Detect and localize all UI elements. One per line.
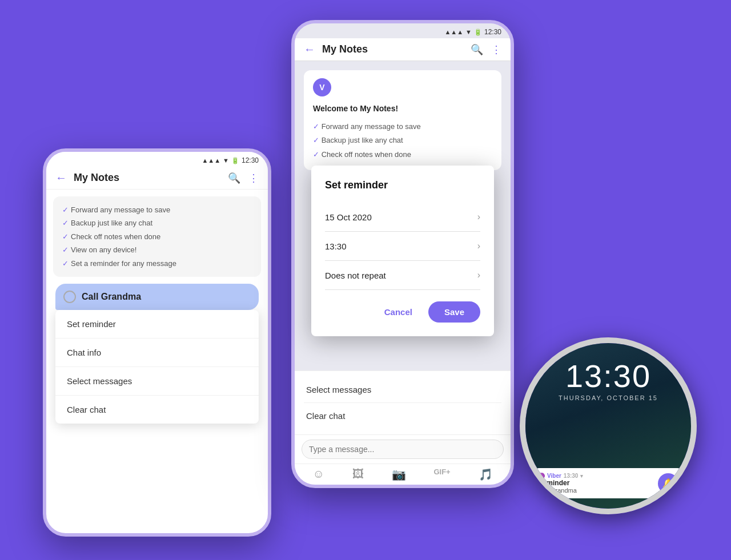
watch-notif-bell-icon: 🔔 — [658, 473, 678, 494]
watch-face: 13:30 Thursday, October 15 🟣 Viber 13:30… — [525, 343, 691, 509]
radio-button[interactable] — [63, 291, 76, 303]
context-clear-chat[interactable]: Clear chat — [55, 396, 259, 424]
status-time-left: 12:30 — [242, 156, 259, 164]
status-time-right: 12:30 — [484, 28, 501, 36]
header-actions-left: 🔍 ⋮ — [228, 172, 259, 184]
message-text-left: Call Grandma — [82, 292, 141, 302]
search-icon-left[interactable]: 🔍 — [228, 172, 240, 184]
welcome-item-3: ✓ Check off notes when done — [313, 148, 492, 162]
notes-bubble-left: ✓Forward any message to save ✓Backup jus… — [53, 196, 261, 277]
phone-right-body: V Welcome to My Notes! ✓ Forward any mes… — [295, 61, 511, 179]
battery-icon-right: 🔋 — [474, 29, 482, 36]
phone-right-bottom: Select messages Clear chat ☺ 🖼 📷 GIF+ 🎵 — [295, 370, 511, 485]
note-item-2: ✓Backup just like any chat — [62, 216, 252, 229]
sticker-icon[interactable]: 🖼 — [352, 468, 364, 481]
context-set-reminder[interactable]: Set reminder — [55, 310, 259, 339]
welcome-title: Welcome to My Notes! — [313, 101, 492, 116]
cancel-button[interactable]: Cancel — [377, 303, 419, 321]
context-menu-right: Select messages Clear chat — [295, 371, 511, 434]
status-bar-left: ▲▲▲ ▼ 🔋 12:30 — [46, 152, 268, 167]
dialog-actions: Cancel Save — [325, 301, 480, 323]
context-chat-info[interactable]: Chat info — [55, 339, 259, 367]
context-menu-left: Set reminder Chat info Select messages C… — [55, 310, 259, 424]
dialog-date-label: 15 Oct 2020 — [325, 212, 372, 222]
wifi-icon-right: ▼ — [465, 29, 472, 35]
watch-notif-title: Reminder — [538, 479, 653, 487]
gif-icon[interactable]: GIF+ — [433, 468, 450, 481]
dialog-time-row[interactable]: 13:30 › — [325, 232, 480, 261]
more-icon-right[interactable]: ⋮ — [491, 43, 501, 56]
header-title-right: My Notes — [322, 43, 471, 55]
context-select-messages-right[interactable]: Select messages — [304, 377, 501, 403]
message-toolbar: ☺ 🖼 📷 GIF+ 🎵 — [295, 464, 511, 485]
more-icon-left[interactable]: ⋮ — [248, 172, 259, 184]
battery-icon: 🔋 — [231, 157, 239, 164]
dialog-time-label: 13:30 — [325, 241, 347, 251]
watch-date: Thursday, October 15 — [559, 394, 658, 401]
chevron-time-icon: › — [477, 241, 480, 251]
back-button-left[interactable]: ← — [55, 171, 67, 184]
header-right: ← My Notes 🔍 ⋮ — [295, 38, 511, 61]
watch-notif-text: 🟣 Viber 13:30 ▾ Reminder Call Grandma — [538, 473, 653, 494]
dialog-date-row[interactable]: 15 Oct 2020 › — [325, 203, 480, 232]
smartwatch: 13:30 Thursday, October 15 🟣 Viber 13:30… — [520, 337, 697, 514]
chevron-repeat-icon: › — [477, 270, 480, 280]
phone-left: ▲▲▲ ▼ 🔋 12:30 ← My Notes 🔍 ⋮ ✓Forward an… — [43, 148, 271, 537]
note-item-4: ✓View on any device! — [62, 243, 252, 256]
chevron-date-icon: › — [477, 212, 480, 222]
watch-notif-body: Call Grandma — [538, 487, 653, 494]
audio-icon[interactable]: 🎵 — [479, 468, 493, 481]
context-select-messages[interactable]: Select messages — [55, 367, 259, 396]
context-clear-chat-right[interactable]: Clear chat — [304, 403, 501, 429]
set-reminder-dialog: Set reminder 15 Oct 2020 › 13:30 › Does … — [311, 166, 494, 336]
save-button[interactable]: Save — [428, 301, 480, 323]
signal-icon: ▲▲▲ — [202, 157, 220, 164]
emoji-icon[interactable]: ☺ — [312, 468, 324, 481]
dialog-repeat-row[interactable]: Does not repeat › — [325, 261, 480, 290]
header-title-left: My Notes — [74, 172, 228, 184]
search-icon-right[interactable]: 🔍 — [471, 43, 483, 56]
message-input-bar — [295, 434, 511, 464]
header-actions-right: 🔍 ⋮ — [471, 43, 501, 56]
back-button-right[interactable]: ← — [304, 43, 315, 56]
camera-icon[interactable]: 📷 — [392, 468, 406, 481]
note-item-5: ✓Set a reminder for any message — [62, 257, 252, 270]
note-item-1: ✓Forward any message to save — [62, 203, 252, 216]
welcome-item-1: ✓ Forward any message to save — [313, 120, 492, 134]
welcome-bubble-right: V Welcome to My Notes! ✓ Forward any mes… — [304, 70, 501, 170]
avatar-right: V — [313, 78, 331, 96]
welcome-item-2: ✓ Backup just like any chat — [313, 134, 492, 148]
message-input[interactable] — [302, 440, 504, 459]
status-bar-right: ▲▲▲ ▼ 🔋 12:30 — [295, 23, 511, 38]
signal-icon-right: ▲▲▲ — [444, 29, 463, 35]
watch-notification: 🟣 Viber 13:30 ▾ Reminder Call Grandma 🔔 — [532, 468, 684, 498]
dialog-repeat-label: Does not repeat — [325, 271, 386, 280]
watch-notif-app: 🟣 Viber 13:30 ▾ — [538, 473, 653, 479]
watch-time: 13:30 — [565, 360, 651, 392]
header-left: ← My Notes 🔍 ⋮ — [46, 167, 268, 190]
dialog-title: Set reminder — [325, 179, 480, 191]
wifi-icon: ▼ — [223, 157, 229, 164]
message-bubble-left[interactable]: Call Grandma — [55, 284, 259, 310]
note-item-3: ✓Check off notes when done — [62, 230, 252, 243]
